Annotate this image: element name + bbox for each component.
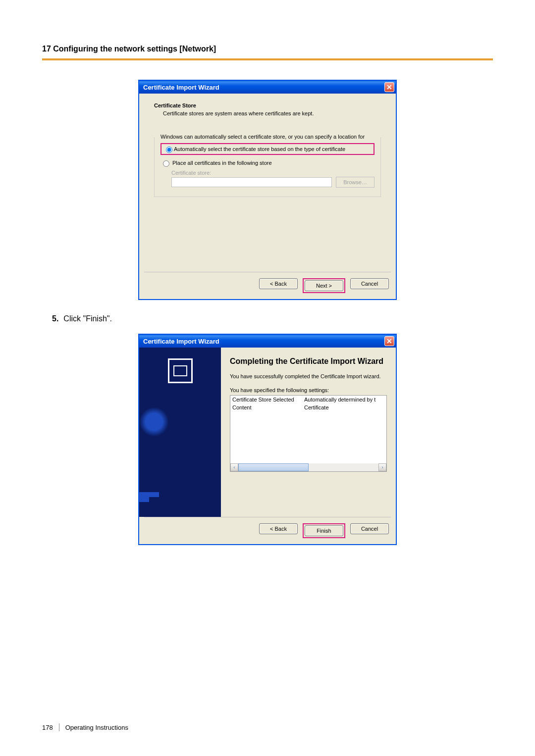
header-rule [42,58,493,60]
table-row: Certificate Store Selected Automatically… [230,396,386,403]
certificate-icon [168,358,193,383]
close-icon[interactable]: ✕ [384,82,394,92]
radio-place-label: Place all certificates in the following … [172,160,272,166]
highlighted-radio-auto: Automatically select the certificate sto… [160,143,374,155]
radio-auto-label: Automatically select the certificate sto… [174,146,345,152]
scroll-thumb[interactable] [238,463,309,471]
certificate-store-dialog: Certificate Import Wizard ✕ Certificate … [139,80,396,300]
scroll-right-icon[interactable]: › [378,463,386,471]
group-text: Windows can automatically select a certi… [160,134,374,140]
dialog-titlebar: Certificate Import Wizard ✕ [139,335,396,348]
cell-store-selected: Certificate Store Selected [232,397,304,403]
certificate-store-desc: Certificate stores are system areas wher… [154,110,381,117]
next-button[interactable]: Next > [305,280,343,291]
wizard-side-graphic [139,348,221,517]
browse-button: Browse… [336,177,374,188]
scroll-left-icon[interactable]: ‹ [230,463,238,471]
step-number: 5. [52,314,58,323]
finish-button-highlight: Finish [303,523,345,538]
certificate-store-heading: Certificate Store [154,102,381,108]
completing-msg: You have successfully completed the Cert… [230,373,387,380]
next-button-highlight: Next > [303,278,345,293]
page-footer: 178 Operating Instructions [42,723,128,731]
cancel-button[interactable]: Cancel [350,523,389,534]
dialog-title: Certificate Import Wizard [143,338,219,345]
page-number: 178 [42,724,53,731]
radio-place[interactable] [163,160,169,167]
dialog-titlebar: Certificate Import Wizard ✕ [139,81,396,94]
step-text: Click "Finish". [63,314,112,323]
completing-heading: Completing the Certificate Import Wizard [230,356,387,367]
completing-wizard-dialog: Certificate Import Wizard ✕ Completing t… [139,334,396,545]
finish-button[interactable]: Finish [305,525,343,536]
cell-store-value: Automatically determined by t [304,397,384,403]
settings-label: You have specified the following setting… [230,387,387,393]
cell-content: Content [232,404,304,410]
settings-table: Certificate Store Selected Automatically… [230,395,387,472]
cert-store-label: Certificate store: [171,170,374,176]
footer-title: Operating Instructions [65,724,128,731]
back-button[interactable]: < Back [259,523,298,534]
step-instruction: 5. Click "Finish". [52,314,493,323]
radio-auto[interactable] [166,147,172,153]
dialog-title: Certificate Import Wizard [143,84,219,91]
horizontal-scrollbar[interactable]: ‹ › [230,463,386,471]
back-button[interactable]: < Back [259,278,298,289]
close-icon[interactable]: ✕ [384,336,394,346]
cancel-button[interactable]: Cancel [350,278,389,289]
cert-store-input [171,177,332,187]
table-row: Content Certificate [230,403,386,411]
cell-content-value: Certificate [304,404,384,410]
section-header: 17 Configuring the network settings [Net… [42,45,493,53]
